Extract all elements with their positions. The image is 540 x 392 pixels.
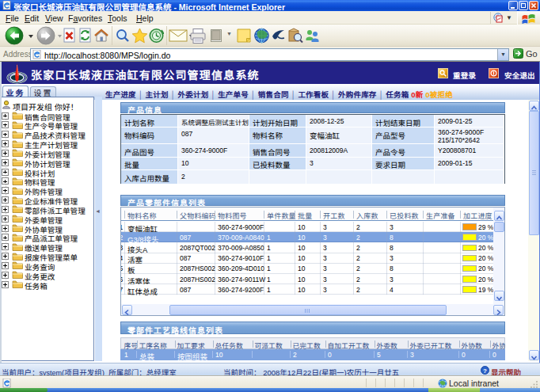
svg-text:?: ? xyxy=(483,367,487,375)
